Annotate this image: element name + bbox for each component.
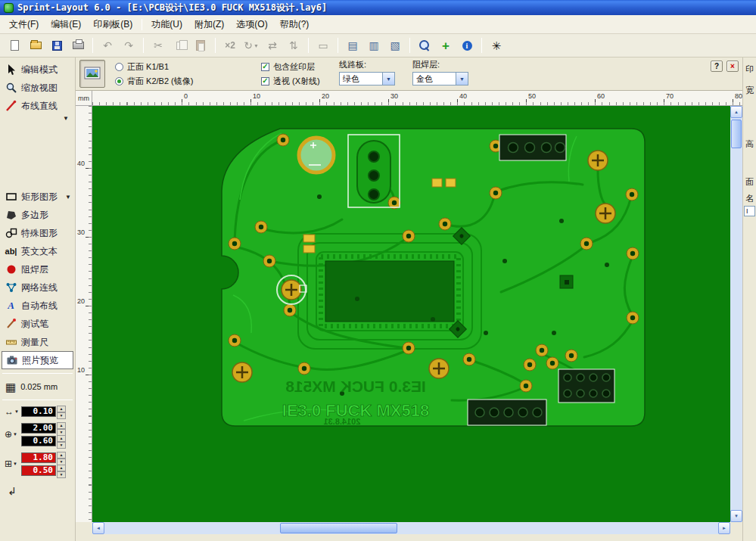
rotate-button[interactable]: ↻▼ <box>241 36 261 54</box>
footprint-button[interactable]: ▧ <box>385 36 405 54</box>
mirror-horizontal-button[interactable]: ⇄ <box>263 36 282 54</box>
print-button[interactable] <box>68 36 88 54</box>
pad-size-icon[interactable]: ⊕▼ <box>5 429 21 440</box>
horizontal-scrollbar[interactable]: ◄ ► <box>92 522 730 534</box>
menu-file[interactable]: 文件(F) <box>3 15 45 34</box>
tool-photo-preview[interactable]: 照片预览 <box>2 351 73 369</box>
smd-height-spinner[interactable]: ▲▼ <box>57 465 66 477</box>
spin-down-icon[interactable]: ▼ <box>57 471 66 478</box>
tool-text[interactable]: ab| 英文文本 <box>0 242 75 260</box>
spin-up-icon[interactable]: ▲ <box>57 422 66 429</box>
chevron-down-icon[interactable]: ▼ <box>456 73 468 85</box>
zoom-button[interactable] <box>415 36 434 54</box>
smd-size-icon[interactable]: ⊞▼ <box>5 459 21 469</box>
titlebar[interactable]: Sprint-Layout 6.0 - [E:\PCB设计\IE3.0 FUCK… <box>0 0 756 15</box>
trace-mode-dropdown[interactable]: ▼ <box>0 115 75 124</box>
copy-button[interactable] <box>170 36 189 54</box>
info-button[interactable] <box>457 36 477 54</box>
chevron-down-icon[interactable]: ▼ <box>382 73 394 85</box>
pad-inner-display[interactable]: 0.60 <box>21 436 56 446</box>
tool-rectangle[interactable]: 矩形图形 ▼ <box>0 188 75 206</box>
radio-icon[interactable] <box>115 63 123 71</box>
tool-autoroute[interactable]: A 自动布线 <box>0 297 75 315</box>
radio-checked-icon[interactable] <box>115 77 123 86</box>
tool-polygon[interactable]: 多边形 <box>0 206 75 224</box>
scroll-up-button[interactable]: ▲ <box>730 106 742 118</box>
right-panel-field[interactable]: I <box>744 206 755 216</box>
save-file-button[interactable] <box>47 36 67 54</box>
rubber-band-button[interactable]: ▥ <box>364 36 384 54</box>
mask-color-value: 金色 <box>416 73 433 85</box>
pad-outer-spinner[interactable]: ▲▼ <box>57 422 66 434</box>
gear-button[interactable]: ✳ <box>487 36 506 54</box>
flip-board-button[interactable]: ▭ <box>313 36 333 54</box>
tool-label: 矩形图形 <box>21 191 58 204</box>
board-color-select[interactable]: 绿色 ▼ <box>339 72 395 86</box>
menu-functions[interactable]: 功能(U) <box>145 15 188 34</box>
chevron-down-icon: ▼ <box>63 115 69 124</box>
chevron-down-icon[interactable]: ▼ <box>65 194 71 201</box>
menu-edit[interactable]: 编辑(E) <box>45 15 87 34</box>
checkbox-checked-icon[interactable] <box>261 77 269 86</box>
tool-edit-mode[interactable]: 编辑模式 <box>0 61 75 79</box>
menu-separator <box>142 19 142 30</box>
scroll-right-button[interactable]: ► <box>718 522 730 534</box>
spin-down-icon[interactable]: ▼ <box>57 412 66 419</box>
silkscreen-checkbox[interactable]: 包含丝印层 <box>261 61 320 73</box>
open-file-button[interactable] <box>26 36 45 54</box>
checkbox-checked-icon[interactable] <box>261 63 269 71</box>
menu-help[interactable]: 帮助(?) <box>274 15 316 34</box>
spin-up-icon[interactable]: ▲ <box>57 465 66 471</box>
pad-inner-spinner[interactable]: ▲▼ <box>57 435 66 447</box>
undo-button[interactable]: ↶ <box>98 36 117 54</box>
smd-width-spinner[interactable]: ▲▼ <box>57 452 66 464</box>
tool-solder-mask[interactable]: 阻焊层 <box>0 260 75 278</box>
tool-special-shape[interactable]: 特殊图形 <box>0 224 75 242</box>
tool-test-pen[interactable]: 测试笔 <box>0 315 75 333</box>
cut-button[interactable]: ✂ <box>148 36 168 54</box>
smd-width-display[interactable]: 1.80 <box>21 452 56 463</box>
print-icon <box>73 42 84 49</box>
tool-zoom-view[interactable]: 缩放视图 <box>0 79 75 97</box>
menu-options[interactable]: 选项(O) <box>230 15 273 34</box>
back-side-radio[interactable]: 背面 K2/B2 (镜像) <box>115 76 193 87</box>
photo-preview-toggle-button[interactable] <box>79 60 105 88</box>
smd-height-display[interactable]: 0.50 <box>21 465 56 476</box>
vertical-scroll-thumb[interactable] <box>731 120 742 148</box>
show-layers-button[interactable]: ▤ <box>343 36 362 54</box>
tool-trace-line[interactable]: 布线直线 <box>0 97 75 115</box>
pcb-canvas[interactable]: IE3.0 FUCK MX518 IE3.0 FUCK MX518 2014.8… <box>92 106 730 522</box>
spin-up-icon[interactable]: ▲ <box>57 435 66 442</box>
redo-button[interactable]: ↷ <box>119 36 138 54</box>
track-width-icon[interactable]: ↔▼ <box>5 406 21 417</box>
horizontal-scroll-thumb[interactable] <box>280 523 397 533</box>
mirror-vertical-button[interactable]: ⇅ <box>284 36 303 54</box>
tool-label: 照片预览 <box>22 354 58 367</box>
capture-arrow-icon[interactable]: ↲ <box>8 485 75 497</box>
front-side-radio[interactable]: 正面 K1/B1 <box>115 61 193 73</box>
duplicate-x2-button[interactable]: ×2 <box>220 36 240 54</box>
spin-up-icon[interactable]: ▲ <box>57 452 66 459</box>
tool-label: 测试笔 <box>21 318 48 331</box>
grid-setting[interactable]: ▦ 0.025 mm <box>0 378 75 396</box>
track-width-display[interactable]: 0.10 <box>21 406 56 417</box>
spin-up-icon[interactable]: ▲ <box>57 406 66 412</box>
track-width-spinner[interactable]: ▲▼ <box>57 406 66 418</box>
tool-measure[interactable]: 测量尺 <box>0 333 75 351</box>
pad-size-group: ⊕▼ 2.00 ▲▼ 0.60 ▲▼ <box>5 421 75 447</box>
new-file-button[interactable] <box>5 36 24 54</box>
vertical-scrollbar[interactable]: ▲ ▼ <box>730 106 742 522</box>
close-preview-button[interactable]: × <box>726 61 739 72</box>
menu-board[interactable]: 印刷板(B) <box>87 15 138 34</box>
paste-button[interactable] <box>191 36 210 54</box>
menu-extras[interactable]: 附加(Z) <box>188 15 230 34</box>
crosshair-button[interactable]: + <box>436 36 456 54</box>
tool-net-connection[interactable]: 网络连线 <box>0 278 75 297</box>
scroll-left-button[interactable]: ◄ <box>92 522 104 534</box>
scroll-down-button[interactable]: ▼ <box>730 510 742 522</box>
spin-down-icon[interactable]: ▼ <box>57 442 66 449</box>
mask-color-select[interactable]: 金色 ▼ <box>412 72 468 86</box>
help-button[interactable]: ? <box>711 61 723 72</box>
xray-checkbox[interactable]: 透视 (X射线) <box>261 76 320 87</box>
pad-outer-display[interactable]: 2.00 <box>21 423 56 434</box>
